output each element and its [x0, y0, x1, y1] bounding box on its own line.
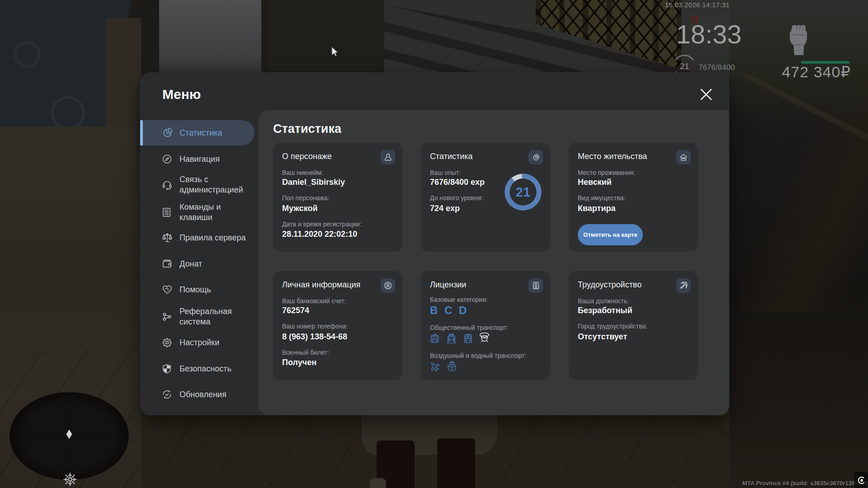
- svg-text:21: 21: [516, 185, 530, 199]
- svg-text:21: 21: [679, 61, 689, 71]
